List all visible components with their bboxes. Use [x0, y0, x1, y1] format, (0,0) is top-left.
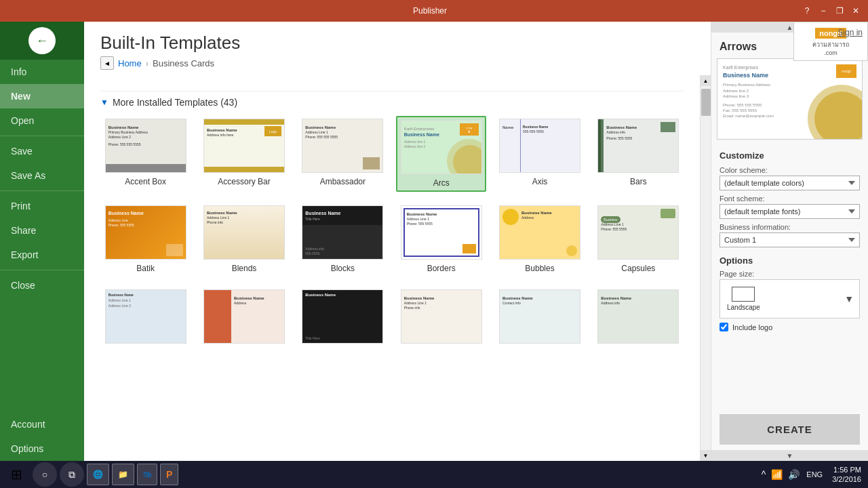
scroll-down-button[interactable]: ▼ [701, 450, 711, 461]
template-axis[interactable]: Name Business Name 555-555-5555 Axis [494, 116, 585, 192]
scroll-up-button[interactable]: ▲ [701, 75, 711, 86]
template-bars[interactable]: Business Name Address info Phone: 555 55… [593, 116, 684, 192]
sidebar-item-save[interactable]: Save [0, 139, 84, 163]
restore-button[interactable]: ❐ [833, 4, 846, 18]
section-header: ▼ More Installed Templates (43) [100, 97, 684, 108]
template-row3-4-thumb: Business Name Address Line 1 Phone info [401, 289, 482, 344]
template-bars-label: Bars [630, 177, 647, 186]
template-ambassador[interactable]: Business Name Address Line 1 Phone: 555 … [298, 116, 388, 192]
sidebar-item-open[interactable]: Open [0, 108, 84, 133]
task-view-icon: ⧉ [68, 469, 75, 481]
taskbar-clock[interactable]: 1:56 PM 3/2/2016 [828, 465, 865, 485]
windows-logo-icon: ⊞ [11, 466, 22, 483]
main-header: Built-In Templates ◄ Home › Business Car… [84, 22, 711, 75]
taskbar: ⊞ ○ ⧉ 🌐 📁 🛍 P ^ 📶 🔊 ENG 1:56 PM 3/2/2016 [0, 461, 868, 488]
template-arcs-label: Arcs [433, 178, 450, 188]
task-view-button[interactable]: ⧉ [60, 462, 84, 487]
template-batik-label: Batik [136, 264, 155, 273]
include-logo-checkbox[interactable] [719, 323, 728, 331]
options-title: Options [719, 256, 860, 266]
panel-scroll-down[interactable]: ▼ [711, 450, 868, 461]
template-axis-thumb: Name Business Name 555-555-5555 [499, 119, 580, 173]
close-button[interactable]: ✕ [849, 4, 863, 18]
search-button[interactable]: ○ [33, 462, 57, 487]
template-row3-6-thumb: Business Name Address info [597, 289, 679, 344]
sidebar-item-save-as[interactable]: Save As [0, 163, 84, 188]
sign-in-button[interactable]: Sign in [837, 28, 863, 37]
right-panel: ▲ Arrows nongit Karft Enterprises Busine… [711, 22, 868, 461]
template-row3-6[interactable]: Business Name Address info [593, 287, 684, 350]
create-button[interactable]: CREATE [719, 414, 860, 445]
minimize-button[interactable]: − [816, 4, 830, 18]
logo-domain: .com [800, 49, 862, 56]
breadcrumb-current: Business Cards [153, 58, 214, 68]
sidebar-item-account[interactable]: Account [0, 412, 84, 436]
template-arcs-thumb: Karft Enterprises Business Name Address … [401, 120, 482, 174]
sidebar-item-close[interactable]: Close [0, 273, 84, 298]
template-blocks[interactable]: Business Name Title Here Address info 55… [298, 203, 388, 276]
sidebar-item-new[interactable]: New [0, 84, 84, 108]
template-accent-box[interactable]: Business Name Primary Business Address A… [100, 116, 191, 192]
sidebar-item-print[interactable]: Print [0, 194, 84, 218]
templates-row-1: Business Name Primary Business Address A… [100, 116, 684, 192]
folder-icon: 📁 [118, 470, 128, 479]
template-borders[interactable]: Business Name Address Line 1 Phone: 555 … [396, 203, 486, 276]
tray-up-arrow[interactable]: ^ [760, 469, 768, 480]
sidebar-item-options[interactable]: Options [0, 436, 84, 461]
business-info-dropdown[interactable]: Custom 1 Custom 2 Create new... [719, 232, 860, 247]
template-row3-5[interactable]: Business Name Contact info [494, 287, 585, 350]
back-button[interactable]: ← [28, 27, 56, 54]
explorer-icon: 🌐 [93, 470, 103, 479]
template-blocks-thumb: Business Name Title Here Address info 55… [302, 205, 383, 260]
sidebar-item-share[interactable]: Share [0, 218, 84, 243]
breadcrumb: ◄ Home › Business Cards [100, 56, 694, 70]
breadcrumb-back-button[interactable]: ◄ [100, 56, 114, 70]
store-app[interactable]: 🛍 [137, 464, 157, 485]
template-row3-1[interactable]: Business Name Address Line 1 Address Lin… [100, 287, 191, 350]
font-scheme-label: Font scheme: [719, 195, 860, 203]
collapse-button[interactable]: ▼ [100, 98, 108, 107]
landscape-icon [732, 287, 755, 302]
explorer-app[interactable]: 🌐 [87, 464, 109, 485]
scroll-thumb[interactable] [701, 89, 711, 116]
template-bubbles[interactable]: Business Name Address Bubbles [494, 203, 585, 276]
page-size-selector[interactable]: Landscape ▼ [719, 279, 860, 319]
speaker-icon[interactable]: 🔊 [787, 469, 801, 480]
template-accessory-bar-label: Accessory Bar [218, 177, 270, 186]
app-body: ← Info New Open Save Save As Print Share… [0, 22, 868, 461]
template-blends-thumb: Business Name Address Line 1 Phone info [203, 205, 285, 260]
folder-app[interactable]: 📁 [112, 464, 134, 485]
publisher-app[interactable]: P [160, 464, 178, 485]
template-row3-3[interactable]: Business Name Title Here [298, 287, 388, 350]
template-capsules[interactable]: Business Address Line 1 Phone: 555 5555 [593, 203, 684, 276]
title-bar: Publisher ? − ❐ ✕ [0, 0, 868, 22]
template-blends[interactable]: Business Name Address Line 1 Phone info … [199, 203, 289, 276]
section-label: More Installed Templates (43) [113, 97, 237, 108]
sign-in-area: Sign in [837, 26, 863, 38]
customize-section: Customize Color scheme: (default templat… [711, 145, 868, 253]
sidebar-item-info[interactable]: Info [0, 60, 84, 84]
template-batik[interactable]: Business Name Address Line Phone: 555 55… [100, 203, 191, 276]
breadcrumb-home[interactable]: Home [118, 58, 142, 68]
scroll-track: ▲ ▼ [700, 75, 711, 461]
font-scheme-dropdown[interactable]: (default template fonts) Arial Times New… [719, 204, 860, 219]
customize-title: Customize [719, 150, 860, 161]
template-row3-1-thumb: Business Name Address Line 1 Address Lin… [105, 289, 186, 344]
template-row3-4[interactable]: Business Name Address Line 1 Phone info [396, 287, 486, 350]
system-tray: ^ 📶 🔊 [760, 469, 802, 480]
language-indicator[interactable]: ENG [804, 470, 825, 479]
template-accessory-bar[interactable]: Business Name Address info here Logo Acc… [199, 116, 289, 192]
arcs-logo: nongit [836, 64, 856, 78]
color-scheme-dropdown[interactable]: (default template colors) Aqua Berry Bla… [719, 176, 860, 190]
sidebar-item-export[interactable]: Export [0, 243, 84, 267]
search-icon: ○ [42, 469, 47, 480]
network-icon[interactable]: 📶 [770, 469, 784, 480]
template-row3-2[interactable]: Business Name Address [199, 287, 289, 350]
start-button[interactable]: ⊞ [3, 462, 30, 487]
help-button[interactable]: ? [800, 4, 814, 18]
arcs-preview-container: nongit Karft Enterprises Business Name P… [717, 59, 862, 139]
template-arcs[interactable]: Karft Enterprises Business Name Address … [396, 116, 486, 192]
template-capsules-thumb: Business Address Line 1 Phone: 555 5555 [597, 205, 679, 260]
main-content: Built-In Templates ◄ Home › Business Car… [84, 22, 711, 461]
options-section: Options Page size: Landscape ▼ Include l… [711, 253, 868, 337]
